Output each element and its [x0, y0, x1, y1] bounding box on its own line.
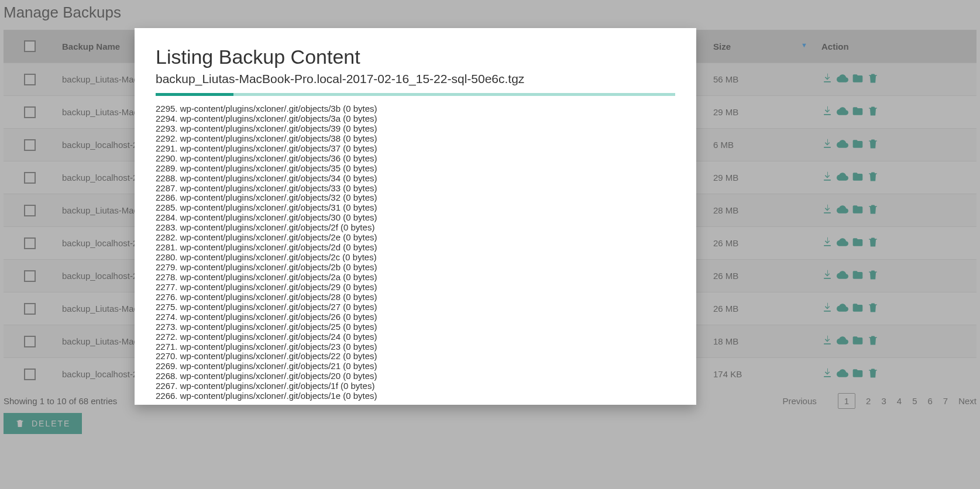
listing-modal: Listing Backup Content backup_Liutas-Mac…: [135, 28, 696, 405]
file-entry: 2293. wp-content/plugins/xcloner/.git/ob…: [156, 124, 675, 134]
file-entry: 2284. wp-content/plugins/xcloner/.git/ob…: [156, 213, 675, 223]
file-entry: 2282. wp-content/plugins/xcloner/.git/ob…: [156, 233, 675, 243]
file-entry: 2270. wp-content/plugins/xcloner/.git/ob…: [156, 352, 675, 361]
backups-page: Manage Backups Backup Name Size▼ Action …: [0, 0, 980, 489]
file-entry: 2289. wp-content/plugins/xcloner/.git/ob…: [156, 164, 675, 174]
file-entry: 2291. wp-content/plugins/xcloner/.git/ob…: [156, 144, 675, 154]
file-entry: 2274. wp-content/plugins/xcloner/.git/ob…: [156, 312, 675, 322]
modal-title: Listing Backup Content: [156, 46, 675, 68]
file-entry: 2272. wp-content/plugins/xcloner/.git/ob…: [156, 332, 675, 342]
file-entry: 2288. wp-content/plugins/xcloner/.git/ob…: [156, 174, 675, 184]
file-entry: 2292. wp-content/plugins/xcloner/.git/ob…: [156, 134, 675, 144]
file-entry: 2266. wp-content/plugins/xcloner/.git/ob…: [156, 391, 675, 401]
file-entry: 2279. wp-content/plugins/xcloner/.git/ob…: [156, 263, 675, 273]
file-entry: 2268. wp-content/plugins/xcloner/.git/ob…: [156, 371, 675, 381]
file-entry: 2276. wp-content/plugins/xcloner/.git/ob…: [156, 292, 675, 302]
file-entry: 2283. wp-content/plugins/xcloner/.git/ob…: [156, 223, 675, 233]
file-entry: 2290. wp-content/plugins/xcloner/.git/ob…: [156, 154, 675, 164]
file-entry: 2271. wp-content/plugins/xcloner/.git/ob…: [156, 342, 675, 352]
file-entry: 2267. wp-content/plugins/xcloner/.git/ob…: [156, 381, 675, 391]
modal-scroll[interactable]: Listing Backup Content backup_Liutas-Mac…: [135, 28, 696, 405]
file-entry: 2273. wp-content/plugins/xcloner/.git/ob…: [156, 322, 675, 332]
file-entry: 2294. wp-content/plugins/xcloner/.git/ob…: [156, 114, 675, 124]
file-entry: 2281. wp-content/plugins/xcloner/.git/ob…: [156, 243, 675, 253]
file-entry: 2286. wp-content/plugins/xcloner/.git/ob…: [156, 193, 675, 203]
progress-fill: [156, 93, 233, 96]
modal-filename: backup_Liutas-MacBook-Pro.local-2017-02-…: [156, 72, 675, 86]
file-entry: 2275. wp-content/plugins/xcloner/.git/ob…: [156, 302, 675, 312]
file-entry: 2280. wp-content/plugins/xcloner/.git/ob…: [156, 253, 675, 263]
file-entry: 2278. wp-content/plugins/xcloner/.git/ob…: [156, 273, 675, 283]
progress-bar: [156, 93, 675, 96]
file-entry: 2269. wp-content/plugins/xcloner/.git/ob…: [156, 361, 675, 371]
file-entry: 2287. wp-content/plugins/xcloner/.git/ob…: [156, 184, 675, 194]
file-list: 2295. wp-content/plugins/xcloner/.git/ob…: [156, 104, 675, 401]
file-entry: 2295. wp-content/plugins/xcloner/.git/ob…: [156, 104, 675, 114]
file-entry: 2277. wp-content/plugins/xcloner/.git/ob…: [156, 283, 675, 292]
file-entry: 2285. wp-content/plugins/xcloner/.git/ob…: [156, 203, 675, 213]
